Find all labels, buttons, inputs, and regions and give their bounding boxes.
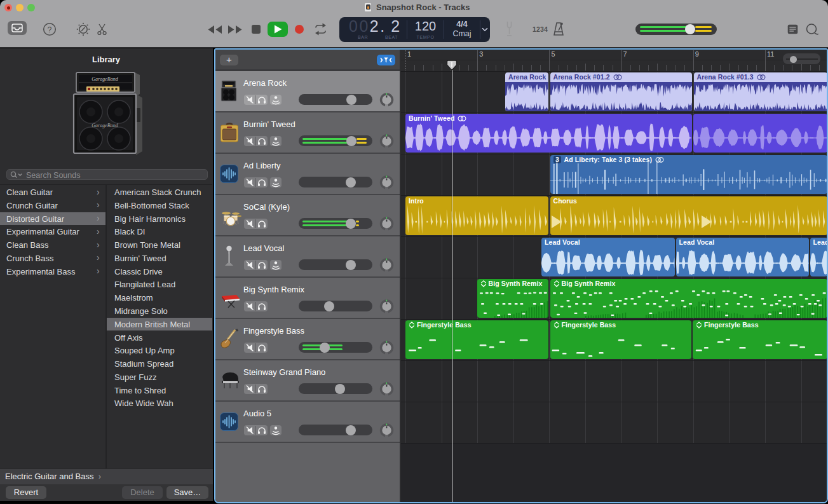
svg-text:?: ? bbox=[48, 25, 52, 34]
svg-text:GarageBand: GarageBand bbox=[92, 123, 118, 128]
svg-text:GarageBand: GarageBand bbox=[92, 76, 118, 82]
